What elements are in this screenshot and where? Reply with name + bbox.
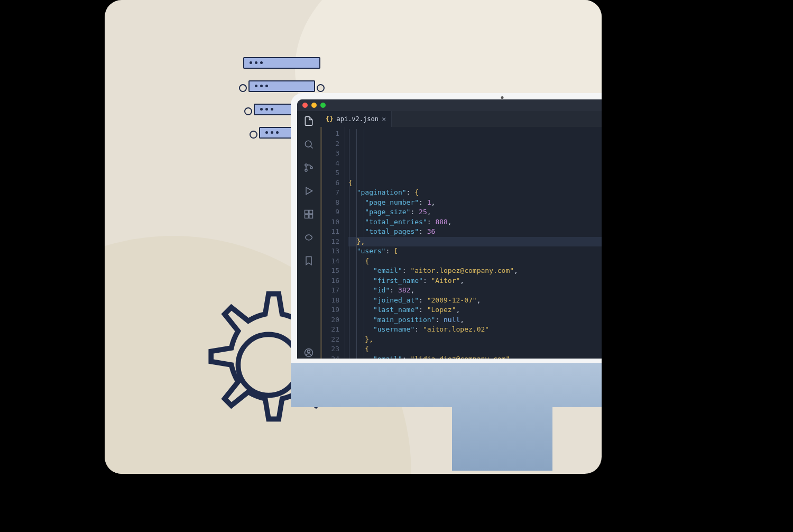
close-icon[interactable]: × [382, 115, 386, 123]
bookmarks-icon[interactable] [303, 255, 315, 267]
svg-marker-6 [306, 187, 312, 194]
code-area[interactable]: { "pagination": { "page_number": 1, "pag… [345, 127, 602, 359]
svg-rect-10 [309, 215, 313, 218]
svg-rect-9 [305, 215, 309, 218]
line-number[interactable]: 12 [322, 237, 339, 247]
line-number[interactable]: 1 [322, 129, 339, 139]
json-file-icon: {} [326, 115, 333, 123]
tab-label: api.v2.json [336, 115, 378, 123]
activity-bar [297, 111, 320, 359]
line-number[interactable]: 20 [322, 315, 339, 325]
tab-api-v2-json[interactable]: {} api.v2.json × [320, 111, 392, 127]
line-number[interactable]: 18 [322, 296, 339, 306]
code-line[interactable]: }, [348, 335, 602, 345]
account-icon[interactable] [303, 347, 315, 359]
extensions-icon[interactable] [303, 208, 315, 220]
code-line[interactable]: "page_number": 1, [348, 198, 602, 208]
minimize-window-icon[interactable] [311, 103, 317, 108]
code-line[interactable]: "first_name": "Aitor", [348, 276, 602, 286]
code-line[interactable]: { [348, 178, 602, 188]
code-line[interactable]: { [348, 256, 602, 267]
line-number[interactable]: 19 [322, 305, 339, 315]
line-number[interactable]: 2 [322, 139, 339, 149]
code-line[interactable]: "main_position": null, [348, 315, 602, 325]
search-icon[interactable] [303, 139, 315, 150]
code-line[interactable]: "joined_at": "2009-12-07", [348, 296, 602, 306]
editor-titlebar[interactable]: api.v2.json [297, 99, 602, 111]
line-number[interactable]: 23 [322, 344, 339, 354]
live-share-icon[interactable] [303, 232, 315, 243]
line-number[interactable]: 14 [322, 256, 339, 267]
svg-point-0 [238, 334, 299, 395]
code-line[interactable]: "pagination": { [348, 188, 602, 198]
line-number[interactable]: 24 [322, 354, 339, 359]
line-number[interactable]: 9 [322, 207, 339, 217]
code-line[interactable]: "last_name": "Lopez", [348, 305, 602, 315]
code-line[interactable]: { [348, 344, 602, 354]
line-number[interactable]: 16 [322, 276, 339, 286]
svg-rect-8 [309, 210, 313, 214]
svg-point-3 [305, 164, 307, 166]
svg-point-12 [308, 350, 310, 353]
editor-tabs: {} api.v2.json × [320, 111, 602, 127]
code-line[interactable]: "email": "lidia.diez@company.com", [348, 354, 602, 359]
code-line[interactable]: "page_size": 25, [348, 207, 602, 217]
imac-monitor: api.v2.json [291, 93, 602, 410]
line-number[interactable]: 21 [322, 325, 339, 335]
line-number[interactable]: 17 [322, 286, 339, 296]
code-line[interactable]: "username": "aitor.lopez.02" [348, 325, 602, 335]
close-window-icon[interactable] [302, 103, 308, 108]
line-number[interactable]: 8 [322, 198, 339, 208]
line-number[interactable]: 10 [322, 217, 339, 227]
code-line[interactable]: }, [348, 237, 602, 247]
monitor-chin [291, 363, 602, 407]
server-rack-bar [248, 80, 315, 92]
line-number[interactable]: 11 [322, 227, 339, 237]
source-control-icon[interactable] [303, 162, 315, 173]
code-line[interactable]: "users": [ [348, 246, 602, 256]
explorer-icon[interactable] [303, 115, 315, 127]
line-number[interactable]: 6 [322, 178, 339, 188]
line-number[interactable]: 5 [322, 168, 339, 178]
run-debug-icon[interactable] [303, 185, 315, 197]
line-number[interactable]: 22 [322, 335, 339, 345]
fullscreen-window-icon[interactable] [320, 103, 326, 108]
camera-icon [501, 96, 504, 99]
code-editor: api.v2.json [297, 99, 602, 359]
monitor-bezel: api.v2.json [291, 93, 602, 363]
line-number[interactable]: 3 [322, 149, 339, 159]
svg-line-2 [310, 146, 312, 148]
illustration-card: api.v2.json [105, 0, 602, 474]
line-number[interactable]: 15 [322, 266, 339, 276]
code-line[interactable]: "total_pages": 36 [348, 227, 602, 237]
svg-point-4 [305, 169, 307, 171]
server-rack-bar [243, 57, 320, 69]
line-number[interactable]: 13 [322, 246, 339, 256]
svg-point-1 [305, 141, 311, 147]
line-number-gutter[interactable]: 123456789101112131415161718192021222324 [320, 127, 345, 359]
monitor-stand [452, 407, 552, 471]
code-line[interactable]: "email": "aitor.lopez@company.com", [348, 266, 602, 276]
svg-rect-7 [305, 210, 309, 214]
code-line[interactable]: "id": 382, [348, 286, 602, 296]
window-controls [302, 103, 326, 108]
line-number[interactable]: 7 [322, 188, 339, 198]
code-line[interactable]: "total_entries": 888, [348, 217, 602, 227]
line-number[interactable]: 4 [322, 159, 339, 169]
